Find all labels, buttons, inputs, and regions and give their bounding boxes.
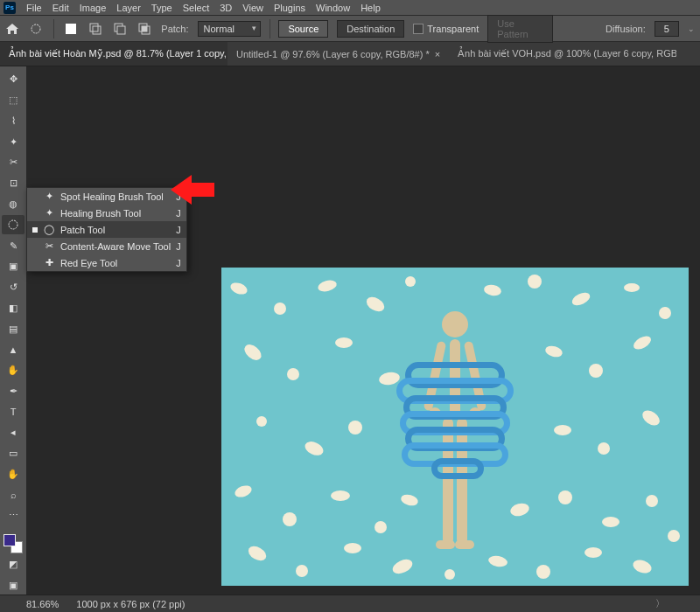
svg-point-0 bbox=[32, 24, 40, 33]
document-dimensions[interactable]: 1000 px x 676 px (72 ppi) bbox=[76, 599, 185, 609]
flyout-label: Red Eye Tool bbox=[60, 258, 117, 268]
foreground-color-swatch[interactable] bbox=[4, 534, 16, 546]
svg-rect-1 bbox=[66, 24, 76, 34]
selection-mode-intersect-icon[interactable] bbox=[136, 20, 152, 38]
tab-label: Untitled-1 @ 97.6% (Layer 6 copy, RGB/8#… bbox=[236, 49, 430, 59]
separator bbox=[270, 19, 270, 38]
transparent-checkbox[interactable]: Transparent bbox=[413, 24, 479, 34]
dodge-tool[interactable]: ✋ bbox=[2, 361, 24, 380]
transparent-label: Transparent bbox=[427, 24, 479, 34]
flyout-item-patch[interactable]: ◯Patch Tool J bbox=[27, 221, 186, 238]
source-button[interactable]: Source bbox=[278, 20, 328, 38]
brush-tool[interactable]: ✎ bbox=[2, 236, 24, 255]
menu-select[interactable]: Select bbox=[183, 3, 210, 13]
menu-help[interactable]: Help bbox=[360, 3, 381, 13]
flyout-label: Patch Tool bbox=[60, 225, 105, 235]
canvas-area[interactable] bbox=[26, 66, 700, 595]
quick-mask-tool[interactable]: ◩ bbox=[2, 555, 24, 574]
status-chevron-icon[interactable]: 〉 bbox=[655, 597, 665, 610]
document-tab[interactable]: Ảnh bài viết VOH.psd @ 100% (Layer 6 cop… bbox=[449, 42, 676, 66]
flyout-label: Content-Aware Move Tool bbox=[60, 241, 171, 252]
eraser-tool[interactable]: ◧ bbox=[2, 298, 24, 317]
menu-plugins[interactable]: Plugins bbox=[274, 3, 305, 13]
patch-tool-icon: ◯ bbox=[43, 224, 55, 235]
clone-stamp-tool[interactable]: ▣ bbox=[2, 257, 24, 276]
document-tab[interactable]: Ảnh bài viết Hoàn Mỹ.psd @ 81.7% (Layer … bbox=[0, 42, 228, 66]
options-bar: Patch: Normal Source Destination Transpa… bbox=[0, 16, 700, 42]
healing-brush-tool[interactable] bbox=[2, 215, 24, 234]
app-icon: Ps bbox=[4, 2, 16, 14]
flyout-shortcut: J bbox=[176, 258, 181, 268]
diffusion-field[interactable]: 5 bbox=[654, 21, 679, 37]
menu-3d[interactable]: 3D bbox=[220, 3, 232, 13]
spot-healing-icon: ✦ bbox=[43, 191, 55, 202]
close-icon[interactable]: × bbox=[435, 49, 440, 59]
intestine-model bbox=[396, 362, 514, 479]
blur-tool[interactable]: ▲ bbox=[2, 340, 24, 359]
hand-tool[interactable]: ✋ bbox=[2, 465, 24, 484]
marquee-tool[interactable]: ⬚ bbox=[2, 91, 24, 110]
color-swatches[interactable] bbox=[4, 534, 23, 553]
separator bbox=[53, 19, 54, 38]
document-tabs: Ảnh bài viết Hoàn Mỹ.psd @ 81.7% (Layer … bbox=[0, 42, 700, 66]
patch-label: Patch: bbox=[161, 24, 188, 34]
flyout-item-spot-healing[interactable]: ✦Spot Healing Brush Tool J bbox=[27, 188, 186, 205]
frame-tool[interactable]: ⊡ bbox=[2, 174, 24, 193]
zoom-tool[interactable]: ⌕ bbox=[2, 485, 24, 504]
move-tool[interactable]: ✥ bbox=[2, 70, 24, 89]
use-pattern-button: Use Pattern bbox=[487, 15, 553, 43]
rectangle-tool[interactable]: ▭ bbox=[2, 444, 24, 463]
diffusion-dropdown-icon[interactable]: ⌄ bbox=[688, 24, 695, 33]
patch-tool-icon[interactable] bbox=[28, 20, 44, 38]
patch-mode-select[interactable]: Normal bbox=[198, 21, 261, 37]
path-selection-tool[interactable]: ◂ bbox=[2, 423, 24, 442]
document-tab[interactable]: Untitled-1 @ 97.6% (Layer 6 copy, RGB/8#… bbox=[228, 42, 449, 66]
menu-image[interactable]: Image bbox=[80, 3, 107, 13]
svg-rect-5 bbox=[117, 26, 125, 34]
tab-label: Ảnh bài viết VOH.psd @ 100% (Layer 6 cop… bbox=[458, 48, 676, 59]
zoom-level[interactable]: 81.66% bbox=[26, 599, 59, 609]
menu-layer[interactable]: Layer bbox=[116, 3, 141, 13]
selection-mode-new-icon[interactable] bbox=[63, 20, 79, 38]
screen-mode-tool[interactable]: ▣ bbox=[2, 575, 24, 595]
menu-file[interactable]: File bbox=[26, 3, 42, 13]
history-brush-tool[interactable]: ↺ bbox=[2, 278, 24, 297]
red-eye-icon: ✚ bbox=[43, 257, 55, 268]
menu-type[interactable]: Type bbox=[151, 3, 172, 13]
diffusion-label: Diffusion: bbox=[606, 24, 646, 34]
document-canvas[interactable] bbox=[221, 268, 689, 586]
menu-view[interactable]: View bbox=[242, 3, 263, 13]
svg-point-9 bbox=[9, 220, 18, 229]
annotation-arrow bbox=[171, 171, 214, 208]
crop-tool[interactable]: ✂ bbox=[2, 153, 24, 172]
flyout-shortcut: J bbox=[176, 241, 181, 252]
flyout-item-healing-brush[interactable]: ✦Healing Brush Tool J bbox=[27, 205, 186, 221]
flyout-item-red-eye[interactable]: ✚Red Eye Tool J bbox=[27, 254, 186, 271]
flyout-label: Healing Brush Tool bbox=[60, 208, 141, 219]
type-tool[interactable]: T bbox=[2, 402, 24, 421]
menu-bar: Ps File Edit Image Layer Type Select 3D … bbox=[0, 0, 700, 16]
tools-panel: ✥ ⬚ ⌇ ✦ ✂ ⊡ ◍ ✎ ▣ ↺ ◧ ▤ ▲ ✋ ✒ T ◂ ▭ ✋ ⌕ … bbox=[0, 66, 26, 595]
flyout-label: Spot Healing Brush Tool bbox=[60, 191, 164, 202]
destination-button[interactable]: Destination bbox=[337, 20, 404, 38]
home-icon[interactable] bbox=[5, 21, 19, 37]
menu-edit[interactable]: Edit bbox=[52, 3, 69, 13]
flyout-item-content-aware-move[interactable]: ✂Content-Aware Move Tool J bbox=[27, 238, 186, 254]
flyout-shortcut: J bbox=[176, 225, 181, 235]
selection-mode-subtract-icon[interactable] bbox=[112, 20, 128, 38]
tab-label: Ảnh bài viết Hoàn Mỹ.psd @ 81.7% (Layer … bbox=[9, 48, 228, 59]
menu-window[interactable]: Window bbox=[316, 3, 350, 13]
status-bar: 81.66% 1000 px x 676 px (72 ppi) 〉 bbox=[0, 595, 700, 612]
gradient-tool[interactable]: ▤ bbox=[2, 319, 24, 338]
lasso-tool[interactable]: ⌇ bbox=[2, 112, 24, 131]
healing-tool-flyout: ✦Spot Healing Brush Tool J ✦Healing Brus… bbox=[26, 187, 187, 272]
healing-brush-icon: ✦ bbox=[43, 207, 55, 219]
pen-tool[interactable]: ✒ bbox=[2, 381, 24, 400]
eyedropper-tool[interactable]: ◍ bbox=[2, 195, 24, 214]
selection-mode-add-icon[interactable] bbox=[88, 20, 103, 38]
edit-toolbar[interactable]: ⋯ bbox=[2, 506, 24, 525]
checkbox-icon bbox=[413, 24, 424, 34]
svg-rect-2 bbox=[90, 24, 98, 31]
magic-wand-tool[interactable]: ✦ bbox=[2, 132, 24, 151]
svg-rect-3 bbox=[93, 26, 101, 34]
